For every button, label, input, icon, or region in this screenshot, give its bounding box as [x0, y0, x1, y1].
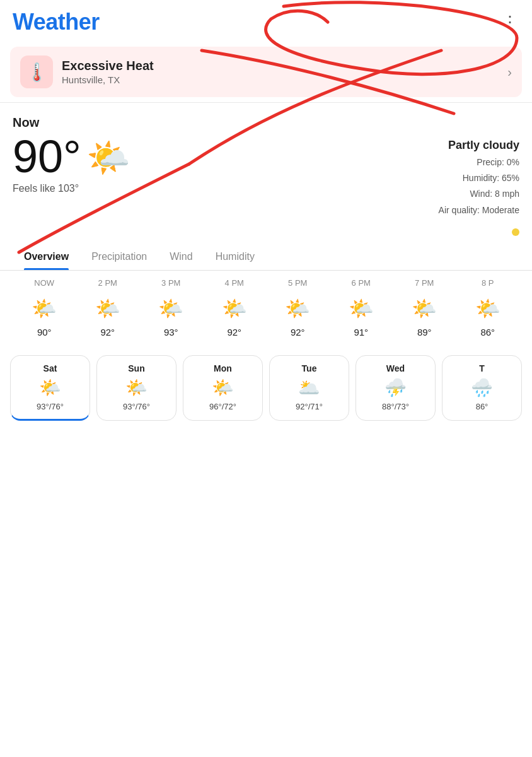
current-right: Partly cloudy Precip: 0% Humidity: 65% W… — [439, 134, 519, 218]
hourly-icon-row: 🌤️ 🌤️ 🌤️ 🌤️ 🌤️ 🌤️ 🌤️ 🌤️ — [13, 293, 519, 324]
day-icon-tue: 🌥️ — [276, 377, 342, 398]
time-slot-6pm: 6 PM — [330, 278, 393, 288]
hour-icon-2pm: 🌤️ — [76, 296, 140, 320]
header: Weather ⋮ — [0, 0, 532, 42]
day-name-mon: Mon — [190, 363, 256, 373]
day-card-thu[interactable]: T 🌧️ 86° — [442, 355, 522, 421]
feels-like: Feels like 103° — [13, 183, 130, 194]
hour-temp-5pm: 92° — [266, 327, 330, 337]
hour-icon-now: 🌤️ — [13, 296, 76, 320]
day-name-tue: Tue — [276, 363, 342, 373]
day-temps-mon: 96°/72° — [190, 402, 256, 411]
hourly-section: NOW 2 PM 3 PM 4 PM 5 PM 6 PM 7 PM 8 P 🌤️… — [0, 271, 532, 345]
day-temps-thu: 86° — [449, 402, 515, 411]
air-quality-value: Air quality: Moderate — [439, 202, 519, 218]
tabs-row: Overview Precipitation Wind Humidity — [0, 242, 532, 271]
alert-icon-wrap: 🌡️ — [20, 56, 53, 88]
yellow-dot-indicator — [512, 228, 519, 236]
time-slot-3pm: 3 PM — [139, 278, 203, 288]
precip-detail: Precip: 0% Humidity: 65% Wind: 8 mph Air… — [439, 155, 519, 218]
hour-temp-2pm: 92° — [76, 327, 140, 337]
current-temperature: 90° — [13, 134, 81, 179]
hour-icon-6pm: 🌤️ — [330, 296, 393, 320]
hour-icon-3pm: 🌤️ — [139, 296, 203, 320]
now-label: Now — [13, 115, 519, 130]
day-card-wed[interactable]: Wed ⛈️ 88°/73° — [356, 355, 436, 421]
daily-section: Sat 🌤️ 93°/76° Sun 🌤️ 93°/76° Mon 🌤️ 96°… — [0, 345, 532, 433]
current-weather-section: Now 90° 🌤️ Feels like 103° Partly cloudy… — [0, 103, 532, 225]
time-slot-7pm: 7 PM — [393, 278, 456, 288]
partly-cloudy-icon: 🌤️ — [86, 137, 130, 179]
day-card-sat[interactable]: Sat 🌤️ 93°/76° — [10, 355, 90, 421]
tab-overview[interactable]: Overview — [13, 242, 80, 270]
time-row: NOW 2 PM 3 PM 4 PM 5 PM 6 PM 7 PM 8 P — [13, 271, 519, 293]
day-temps-sat: 93°/76° — [17, 402, 83, 411]
menu-button[interactable]: ⋮ — [502, 13, 519, 32]
tab-humidity[interactable]: Humidity — [204, 242, 266, 270]
time-slot-2pm: 2 PM — [76, 278, 140, 288]
hour-icon-7pm: 🌤️ — [393, 296, 456, 320]
day-name-thu: T — [449, 363, 515, 373]
day-card-sun[interactable]: Sun 🌤️ 93°/76° — [96, 355, 176, 421]
yellow-dot-row — [0, 225, 532, 242]
alert-title: Excessive Heat — [62, 59, 502, 73]
thermometer-icon: 🌡️ — [26, 62, 48, 83]
day-icon-sat: 🌤️ — [17, 377, 83, 398]
hour-temp-now: 90° — [13, 327, 76, 337]
day-icon-thu: 🌧️ — [449, 377, 515, 398]
time-slot-5pm: 5 PM — [266, 278, 330, 288]
precip-value: Precip: 0% — [439, 155, 519, 170]
alert-subtitle: Huntsville, TX — [62, 74, 502, 85]
hour-temp-7pm: 89° — [393, 327, 456, 337]
temperature-row: 90° 🌤️ — [13, 134, 130, 179]
chevron-right-icon: › — [507, 65, 512, 79]
day-name-sat: Sat — [17, 363, 83, 373]
day-card-tue[interactable]: Tue 🌥️ 92°/71° — [269, 355, 349, 421]
tab-precipitation[interactable]: Precipitation — [80, 242, 158, 270]
day-temps-sun: 93°/76° — [103, 402, 170, 411]
day-icon-mon: 🌤️ — [190, 377, 256, 398]
time-slot-now: NOW — [13, 278, 76, 288]
page-title: Weather — [13, 9, 100, 35]
day-card-mon[interactable]: Mon 🌤️ 96°/72° — [183, 355, 263, 421]
hour-icon-8pm: 🌤️ — [456, 296, 520, 320]
hour-temp-6pm: 91° — [330, 327, 393, 337]
tab-wind[interactable]: Wind — [158, 242, 204, 270]
day-temps-tue: 92°/71° — [276, 402, 342, 411]
day-icon-sun: 🌤️ — [103, 377, 170, 398]
humidity-value: Humidity: 65% — [439, 170, 519, 186]
day-name-sun: Sun — [103, 363, 170, 373]
hour-temp-4pm: 92° — [203, 327, 267, 337]
current-left: 90° 🌤️ Feels like 103° — [13, 134, 130, 194]
hour-icon-4pm: 🌤️ — [203, 296, 267, 320]
condition-title: Partly cloudy — [439, 139, 519, 152]
time-slot-4pm: 4 PM — [203, 278, 267, 288]
day-name-wed: Wed — [362, 363, 429, 373]
day-icon-wed: ⛈️ — [362, 377, 429, 398]
time-slot-8pm: 8 P — [456, 278, 520, 288]
wind-value: Wind: 8 mph — [439, 186, 519, 202]
hour-temp-3pm: 93° — [139, 327, 203, 337]
alert-text-wrap: Excessive Heat Huntsville, TX — [62, 59, 502, 85]
hour-icon-5pm: 🌤️ — [266, 296, 330, 320]
hour-temp-8pm: 86° — [456, 327, 520, 337]
hourly-temp-row: 90° 92° 93° 92° 92° 91° 89° 86° — [13, 324, 519, 345]
alert-banner[interactable]: 🌡️ Excessive Heat Huntsville, TX › — [10, 47, 522, 97]
day-temps-wed: 88°/73° — [362, 402, 429, 411]
current-main: 90° 🌤️ Feels like 103° Partly cloudy Pre… — [13, 134, 519, 218]
